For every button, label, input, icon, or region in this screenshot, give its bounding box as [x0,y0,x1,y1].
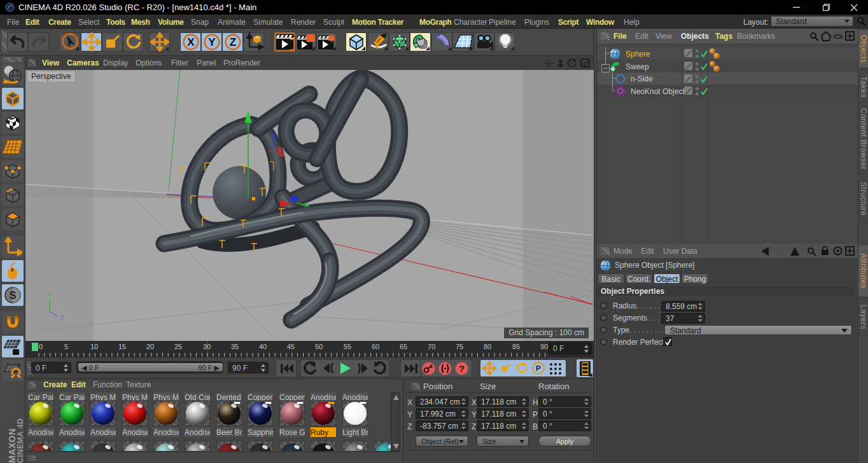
svg-text:55: 55 [344,343,351,350]
svg-text:70: 70 [428,343,435,350]
svg-text:90: 90 [540,343,548,350]
svg-text:40: 40 [259,343,267,350]
svg-text:Z: Z [229,36,235,48]
svg-text:35: 35 [231,343,239,350]
svg-text:50: 50 [315,343,323,350]
svg-text:Z: Z [60,314,64,321]
svg-text:5: 5 [64,343,68,350]
svg-text:45: 45 [287,343,295,350]
svg-text:65: 65 [400,343,407,350]
svg-text:30: 30 [203,343,211,350]
svg-text:?: ? [459,364,465,374]
svg-text:60: 60 [372,343,379,350]
svg-text:S: S [10,290,17,301]
svg-text:0: 0 [39,343,43,350]
svg-text:P: P [536,364,541,372]
svg-text:85: 85 [512,343,520,350]
svg-text:25: 25 [174,343,182,350]
svg-text:Y: Y [208,36,216,48]
svg-text:20: 20 [146,343,154,350]
svg-text:10: 10 [90,343,98,350]
svg-text:Y: Y [47,291,51,298]
svg-text:X: X [187,36,195,48]
svg-text:80: 80 [484,343,491,350]
svg-text:15: 15 [118,343,126,350]
svg-text:75: 75 [456,343,463,350]
